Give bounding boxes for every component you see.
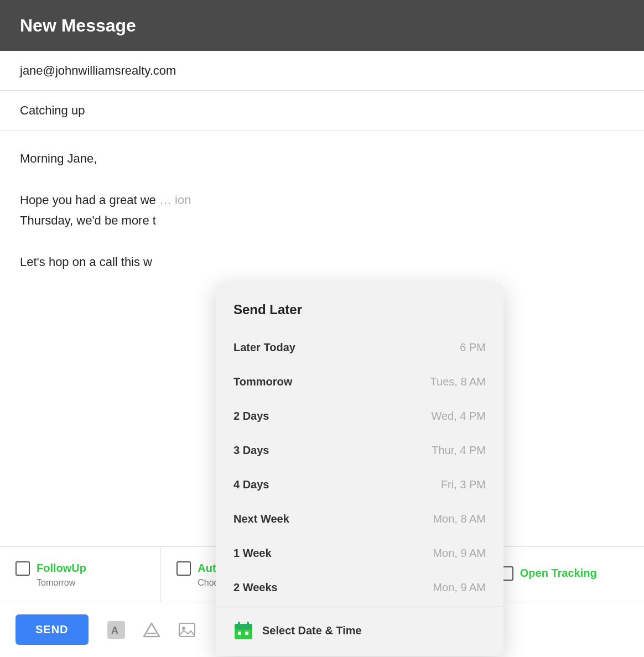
calendar-icon — [233, 620, 253, 640]
popup-option-3[interactable]: 3 Days Thur, 4 PM — [216, 433, 503, 467]
popup-option-label-6: 1 Week — [233, 544, 272, 562]
popup-option-time-2: Wed, 4 PM — [431, 406, 486, 425]
svg-rect-10 — [179, 623, 195, 637]
body-line2: Hope you had a great we … ion — [20, 190, 624, 210]
popup-option-label-5: Next Week — [233, 509, 289, 528]
send-later-popup: Send Later Later Today 6 PM Tommorow Tue… — [216, 283, 503, 656]
popup-option-time-1: Tues, 8 AM — [430, 372, 486, 391]
select-datetime-label: Select Date & Time — [262, 621, 362, 640]
popup-option-time-7: Mon, 9 AM — [433, 578, 486, 597]
send-button[interactable]: SEND — [15, 614, 89, 645]
popup-option-label-0: Later Today — [233, 338, 295, 357]
subject-value: Catching up — [20, 103, 85, 118]
auto-followup-checkbox[interactable] — [176, 561, 191, 576]
to-value: jane@johnwilliamsrealty.com — [20, 64, 176, 78]
svg-point-11 — [182, 627, 185, 630]
drive-icon[interactable] — [139, 618, 164, 642]
popup-option-4[interactable]: 4 Days Fri, 3 PM — [216, 467, 503, 502]
svg-rect-4 — [238, 632, 241, 635]
text-format-icon[interactable]: A — [104, 618, 128, 642]
header: New Message — [0, 0, 644, 51]
followup-checkbox[interactable] — [15, 561, 30, 576]
popup-option-time-6: Mon, 9 AM — [433, 544, 486, 562]
popup-option-5[interactable]: Next Week Mon, 8 AM — [216, 502, 503, 536]
select-datetime-option[interactable]: Select Date & Time — [216, 609, 503, 656]
svg-marker-8 — [144, 623, 159, 637]
popup-options-list: Later Today 6 PM Tommorow Tues, 8 AM 2 D… — [216, 330, 503, 604]
to-field[interactable]: jane@johnwilliamsrealty.com — [0, 51, 644, 91]
popup-option-time-3: Thur, 4 PM — [432, 441, 486, 460]
popup-option-2[interactable]: 2 Days Wed, 4 PM — [216, 399, 503, 433]
popup-option-label-7: 2 Weeks — [233, 578, 278, 597]
popup-option-label-4: 4 Days — [233, 475, 269, 494]
popup-option-time-4: Fri, 3 PM — [441, 475, 486, 494]
followup-item[interactable]: FollowUp Tomorrow — [0, 547, 161, 602]
open-tracking-item[interactable]: Open Tracking — [484, 547, 644, 602]
open-tracking-label: Open Tracking — [520, 567, 597, 580]
followup-sublabel: Tomorrow — [15, 578, 75, 588]
popup-option-time-5: Mon, 8 AM — [433, 509, 486, 528]
image-icon[interactable] — [175, 618, 199, 642]
body-line4: Let's hop on a call this w — [20, 252, 624, 272]
followup-label: FollowUp — [37, 562, 86, 575]
svg-text:A: A — [111, 625, 118, 636]
popup-option-0[interactable]: Later Today 6 PM — [216, 330, 503, 364]
popup-title: Send Later — [216, 283, 503, 330]
popup-option-label-1: Tommorow — [233, 372, 292, 391]
popup-option-time-0: 6 PM — [460, 338, 486, 357]
popup-option-6[interactable]: 1 Week Mon, 9 AM — [216, 536, 503, 570]
body-line1: Morning Jane, — [20, 148, 624, 169]
popup-option-7[interactable]: 2 Weeks Mon, 9 AM — [216, 570, 503, 604]
popup-divider — [216, 607, 503, 607]
svg-rect-3 — [247, 622, 249, 626]
body-line3: Thursday, we'd be more t — [20, 210, 624, 231]
page-title: New Message — [20, 15, 136, 36]
popup-option-1[interactable]: Tommorow Tues, 8 AM — [216, 364, 503, 399]
svg-rect-2 — [238, 622, 240, 626]
popup-option-label-2: 2 Days — [233, 406, 269, 425]
popup-option-label-3: 3 Days — [233, 441, 269, 460]
svg-rect-5 — [245, 632, 248, 635]
subject-field[interactable]: Catching up — [0, 91, 644, 131]
svg-rect-1 — [235, 624, 252, 629]
email-body[interactable]: Morning Jane, Hope you had a great we … … — [0, 131, 644, 363]
